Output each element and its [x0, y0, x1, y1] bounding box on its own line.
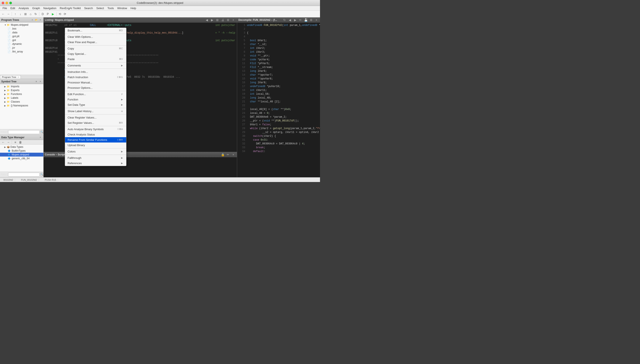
bookmark-button[interactable]: ⊞ [23, 12, 28, 16]
tree-item-got[interactable]: 📄 .got [0, 38, 43, 42]
dc-refresh-btn[interactable]: ↻ [282, 18, 287, 22]
dtm-close-btn[interactable]: × [39, 136, 42, 139]
ctx-item-processor-options[interactable]: Processor Options... [65, 85, 126, 90]
listing-close-btn[interactable]: × [231, 18, 236, 22]
ctx-item-set-data-type[interactable]: Set Data Type▶ [65, 102, 126, 108]
minimize-button[interactable] [6, 2, 8, 4]
dtm-menu-btn[interactable]: ≡ [13, 140, 18, 144]
listing-nav2-btn[interactable]: ▶ [210, 18, 214, 22]
dc-edit-btn[interactable]: ✏ [298, 18, 303, 22]
ctx-item-paste[interactable]: Paste⌘V [65, 56, 126, 62]
menu-item-graph[interactable]: Graph [31, 6, 42, 10]
maximize-button[interactable] [9, 2, 12, 4]
symbol-classes[interactable]: ▶ 📁 Classes [0, 100, 43, 104]
dtm-item-builtin[interactable]: 🔷 BuiltInTypes [0, 149, 43, 153]
menu-item-edit[interactable]: Edit [9, 6, 17, 10]
dc-nav-fwd-btn[interactable]: ▶ [293, 18, 297, 22]
redo-button[interactable]: ⟳ [63, 12, 67, 16]
dc-opts-btn[interactable]: ⚙ [309, 18, 313, 22]
ctx-item-clear-flow-and-repair[interactable]: Clear Flow and Repair... [65, 40, 126, 45]
forward-button[interactable]: → [6, 12, 11, 16]
ctx-item-check-analysis-status[interactable]: Check Analysis Status [65, 132, 126, 137]
pt-close-btn[interactable]: × [39, 18, 42, 22]
ctx-item-function[interactable]: Function▶ [65, 97, 126, 102]
dtm-item-fdupes[interactable]: 🔷 fdupes.stripped [0, 153, 43, 156]
dtm-filter-btn[interactable]: 🔍 [40, 173, 43, 176]
ctx-item-upload-binary[interactable]: Upload Binary [65, 142, 126, 148]
program-tree-tab[interactable]: Program Tree × [0, 75, 21, 79]
ctx-item-edit-function[interactable]: Edit Function...F [65, 92, 126, 97]
tree-item-jcr[interactable]: 📄 .jcr [0, 46, 43, 50]
ctx-item-comments[interactable]: Comments▶ [65, 63, 126, 68]
decompiler-content[interactable]: 1undefined8 FUN_00102fd2(int param_1,und… [237, 22, 320, 177]
tree-item-fini[interactable]: 📄 .fini_array [0, 50, 43, 54]
ctx-item-auto-analyse-binary-symbols[interactable]: Auto Analyse Binary Symbols⇧⌘A [65, 126, 126, 132]
st-icon1[interactable]: ≡ [35, 80, 38, 83]
symbol-imports[interactable]: ▶ 📁 Imports [0, 84, 43, 88]
dtm-item-generic[interactable]: 🔷 generic_clib_64 [0, 156, 43, 160]
ctx-item-copy[interactable]: Copy⌘C [65, 46, 126, 51]
st-close-btn[interactable]: × [39, 80, 42, 83]
ctx-item-colors[interactable]: Colors▶ [65, 149, 126, 154]
program-tree-tab-close[interactable]: × [18, 76, 19, 78]
menu-item-help[interactable]: Help [129, 6, 138, 10]
close-button[interactable] [2, 2, 4, 4]
tree-item-bss[interactable]: 📄 .bss [0, 27, 43, 30]
ctx-item-set-register-values[interactable]: Set Register Values...⌘R [65, 120, 126, 126]
symbol-labels[interactable]: ▶ 📁 Labels [0, 96, 43, 100]
listing-snap-btn[interactable]: ⊞ [215, 18, 220, 22]
symbol-namespaces[interactable]: ▶ 📁 {} Namespaces [0, 104, 43, 108]
menu-item-navigation[interactable]: Navigation [42, 6, 58, 10]
undo-button[interactable]: ⟲ [58, 12, 62, 16]
ctx-item-fallthrough[interactable]: Fallthrough▶ [65, 155, 126, 160]
dc-save-btn[interactable]: 💾 [303, 18, 308, 22]
dtm-filter-input[interactable] [8, 173, 40, 176]
tree-item-data[interactable]: 📄 .data [0, 30, 43, 34]
menu-item-search[interactable]: Search [83, 6, 95, 10]
refresh-button[interactable]: ↻ [33, 12, 38, 16]
listing-print-btn[interactable]: 🖨 [220, 18, 225, 22]
up-button[interactable]: ↑ [13, 12, 18, 16]
menu-item-window[interactable]: Window [116, 6, 129, 10]
back-button[interactable]: ← [1, 12, 6, 16]
menu-item-revengai toolkit[interactable]: RevEngAI Toolkit [58, 6, 83, 10]
dc-close-btn[interactable]: × [314, 18, 319, 22]
menu-item-analysis[interactable]: Analysis [17, 6, 30, 10]
dtm-next-btn[interactable]: → [6, 140, 11, 144]
ctx-item-rename-from-similar-functions[interactable]: Rename From Similar Functions⇧⌘R [65, 137, 126, 142]
pt-open-btn[interactable]: 📂 [35, 18, 38, 22]
menu-item-tools[interactable]: Tools [106, 6, 115, 10]
ctx-item-copy-special[interactable]: Copy Special... [65, 51, 126, 56]
disasm-button[interactable]: D [40, 12, 45, 16]
menu-item-select[interactable]: Select [95, 6, 106, 10]
dtm-prev-btn[interactable]: ← [1, 140, 6, 144]
console-close-btn[interactable]: × [231, 152, 236, 157]
console-lock-btn[interactable]: 🔒 [220, 152, 225, 157]
console-edit-btn[interactable]: ✏ [226, 152, 230, 157]
listing-nav-btn[interactable]: ◀ [204, 18, 209, 22]
patch-button[interactable]: P [46, 12, 50, 16]
dtm-item-datatypes[interactable]: ▶ 📦 Data Types [0, 145, 43, 149]
ctx-item-clear-register-values[interactable]: Clear Register Values... [65, 115, 126, 120]
ctx-item-bookmark[interactable]: Bookmark...⌘D [65, 28, 126, 33]
dc-nav-back-btn[interactable]: ◀ [288, 18, 292, 22]
ctx-item-references[interactable]: References▶ [65, 160, 126, 166]
down-button[interactable]: ↓ [18, 12, 23, 16]
ctx-item-clear-with-options[interactable]: Clear With Options... [65, 34, 126, 40]
ctx-item-patch-instruction[interactable]: Patch Instruction⇧⌘G [65, 74, 126, 80]
listing-opts-btn[interactable]: ⚙ [226, 18, 230, 22]
home-button[interactable]: ⌂ [28, 12, 33, 16]
symbol-exports[interactable]: ▶ 📁 Exports [0, 88, 43, 92]
symbol-filter-input[interactable] [8, 130, 40, 134]
ctx-item-instruction-info[interactable]: Instruction Info... [65, 69, 126, 74]
menu-item-file[interactable]: File [1, 6, 9, 10]
ctx-item-processor-manual[interactable]: Processor Manual... [65, 80, 126, 85]
run-button[interactable]: ▶ [51, 12, 55, 16]
tree-item-root[interactable]: ▼ 📁 fdupes.stripped [0, 23, 43, 27]
pt-new-btn[interactable]: + [31, 18, 34, 22]
ctx-item-show-label-history[interactable]: Show Label History...H [65, 108, 126, 114]
tree-item-dynamic[interactable]: 📄 .dynamic [0, 42, 43, 46]
symbol-functions[interactable]: ▶ 📁 Functions [0, 92, 43, 96]
filter-submit-btn[interactable]: 🔍 [40, 130, 43, 134]
tree-item-gotplt[interactable]: 📄 .got.plt [0, 34, 43, 38]
